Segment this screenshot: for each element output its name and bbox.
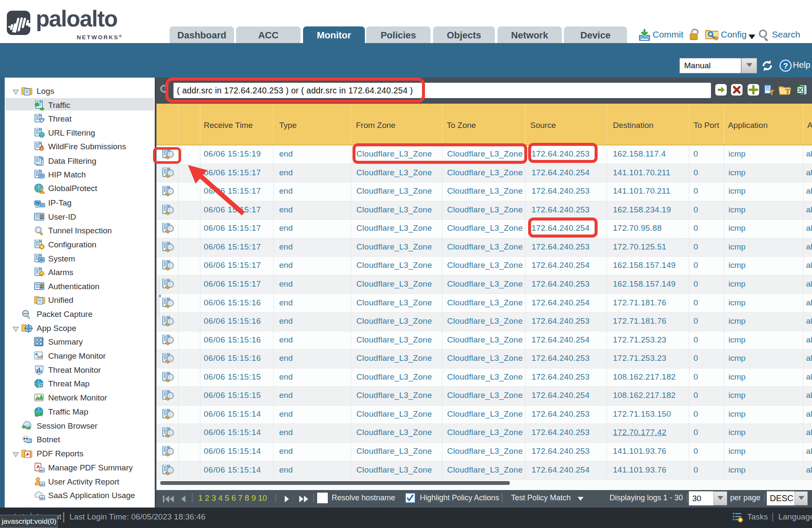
svg-text:?: ? bbox=[783, 61, 788, 70]
